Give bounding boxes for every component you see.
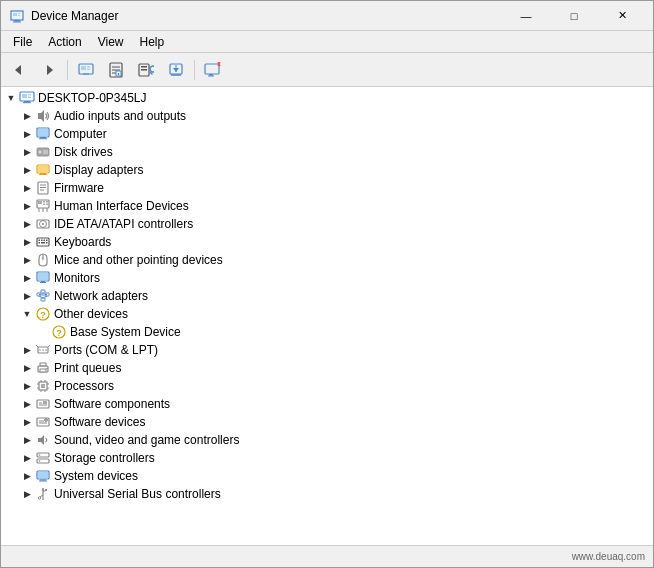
forward-button[interactable] bbox=[35, 57, 63, 83]
svg-rect-58 bbox=[43, 201, 45, 203]
ide-icon bbox=[35, 216, 51, 232]
tree-item-soft-components[interactable]: ▶ Software components bbox=[1, 395, 653, 413]
base-system-label: Base System Device bbox=[70, 325, 181, 339]
audio-label: Audio inputs and outputs bbox=[54, 109, 186, 123]
tree-item-print[interactable]: ▶ Print queues bbox=[1, 359, 653, 377]
tree-item-monitors[interactable]: ▶ Monitors bbox=[1, 269, 653, 287]
window-controls: — □ ✕ bbox=[503, 6, 645, 26]
svg-point-104 bbox=[46, 368, 48, 370]
tree-item-sound[interactable]: ▶ Sound, video and game controllers bbox=[1, 431, 653, 449]
toolbar bbox=[1, 53, 653, 87]
svg-rect-70 bbox=[41, 240, 43, 242]
menu-view[interactable]: View bbox=[90, 33, 132, 51]
display-chevron: ▶ bbox=[19, 162, 35, 178]
other-icon: ? bbox=[35, 306, 51, 322]
svg-rect-51 bbox=[39, 174, 47, 175]
soft-devices-label: Software devices bbox=[54, 415, 145, 429]
properties-button[interactable] bbox=[102, 57, 130, 83]
svg-rect-43 bbox=[39, 138, 47, 139]
maximize-button[interactable]: □ bbox=[551, 6, 597, 26]
disk-chevron: ▶ bbox=[19, 144, 35, 160]
hid-icon bbox=[35, 198, 51, 214]
tree-item-audio[interactable]: ▶ Audio inputs and outputs bbox=[1, 107, 653, 125]
keyboards-chevron: ▶ bbox=[19, 234, 35, 250]
ports-label: Ports (COM & LPT) bbox=[54, 343, 158, 357]
device-tree[interactable]: ▼ DESKTOP-0P345LJ ▶ bbox=[1, 87, 653, 545]
tree-item-other[interactable]: ▼ ? Other devices bbox=[1, 305, 653, 323]
minimize-button[interactable]: — bbox=[503, 6, 549, 26]
ide-label: IDE ATA/ATAPI controllers bbox=[54, 217, 193, 231]
tree-item-firmware[interactable]: ▶ Firmware bbox=[1, 179, 653, 197]
firmware-chevron: ▶ bbox=[19, 180, 35, 196]
tree-item-keyboards[interactable]: ▶ Keyboards bbox=[1, 233, 653, 251]
tree-item-hid[interactable]: ▶ Human Interface Devices bbox=[1, 197, 653, 215]
svg-marker-123 bbox=[38, 435, 44, 445]
svg-rect-47 bbox=[43, 153, 48, 154]
menu-action[interactable]: Action bbox=[40, 33, 89, 51]
svg-rect-12 bbox=[87, 68, 90, 70]
sound-icon bbox=[35, 432, 51, 448]
firmware-label: Firmware bbox=[54, 181, 104, 195]
toolbar-sep-2 bbox=[194, 60, 195, 80]
svg-rect-2 bbox=[13, 21, 21, 22]
tree-item-display[interactable]: ▶ Display adapters bbox=[1, 161, 653, 179]
tree-item-usb[interactable]: ▶ Universal Serial Bus controllers bbox=[1, 485, 653, 503]
svg-rect-49 bbox=[38, 166, 48, 172]
svg-rect-72 bbox=[46, 240, 48, 242]
tree-item-base-system[interactable]: ? Base System Device bbox=[1, 323, 653, 341]
system-icon bbox=[35, 468, 51, 484]
other-label: Other devices bbox=[54, 307, 128, 321]
mice-chevron: ▶ bbox=[19, 252, 35, 268]
tree-item-ports[interactable]: ▶ Ports (COM & LPT) bbox=[1, 341, 653, 359]
svg-point-97 bbox=[42, 349, 44, 351]
tree-item-storage[interactable]: ▶ Storage controllers bbox=[1, 449, 653, 467]
svg-rect-71 bbox=[44, 240, 46, 242]
tree-item-ide[interactable]: ▶ IDE ATA/ATAPI controllers bbox=[1, 215, 653, 233]
svg-rect-29 bbox=[209, 74, 213, 76]
svg-rect-57 bbox=[38, 201, 42, 204]
svg-rect-3 bbox=[13, 13, 17, 16]
tree-item-computer[interactable]: ▶ Computer bbox=[1, 125, 653, 143]
svg-rect-4 bbox=[18, 13, 20, 14]
storage-icon bbox=[35, 450, 51, 466]
svg-rect-35 bbox=[28, 94, 31, 96]
svg-rect-41 bbox=[38, 129, 48, 136]
tree-item-network[interactable]: ▶ Network adapters bbox=[1, 287, 653, 305]
display-icon bbox=[35, 162, 51, 178]
svg-rect-73 bbox=[39, 242, 41, 244]
monitor-button[interactable] bbox=[199, 57, 227, 83]
svg-rect-42 bbox=[40, 137, 46, 138]
tree-item-disk[interactable]: ▶ Disk drives bbox=[1, 143, 653, 161]
soft-components-label: Software components bbox=[54, 397, 170, 411]
ports-chevron: ▶ bbox=[19, 342, 35, 358]
svg-marker-137 bbox=[42, 488, 45, 491]
network-chevron: ▶ bbox=[19, 288, 35, 304]
processors-icon bbox=[35, 378, 51, 394]
close-button[interactable]: ✕ bbox=[599, 6, 645, 26]
soft-components-icon bbox=[35, 396, 51, 412]
audio-icon bbox=[35, 108, 51, 124]
menu-bar: File Action View Help bbox=[1, 31, 653, 53]
svg-point-96 bbox=[39, 349, 41, 351]
tree-item-system[interactable]: ▶ System devices bbox=[1, 467, 653, 485]
menu-help[interactable]: Help bbox=[132, 33, 173, 51]
update-button[interactable] bbox=[162, 57, 190, 83]
processors-label: Processors bbox=[54, 379, 114, 393]
disk-label: Disk drives bbox=[54, 145, 113, 159]
menu-file[interactable]: File bbox=[5, 33, 40, 51]
tree-root[interactable]: ▼ DESKTOP-0P345LJ bbox=[1, 89, 653, 107]
monitors-icon bbox=[35, 270, 51, 286]
tree-item-processors[interactable]: ▶ Processors bbox=[1, 377, 653, 395]
back-button[interactable] bbox=[5, 57, 33, 83]
device-manager-button[interactable] bbox=[72, 57, 100, 83]
svg-rect-34 bbox=[22, 94, 27, 98]
svg-rect-36 bbox=[28, 97, 31, 99]
storage-label: Storage controllers bbox=[54, 451, 155, 465]
tree-item-mice[interactable]: ▶ Mice and other pointing devices bbox=[1, 251, 653, 269]
scan-button[interactable] bbox=[132, 57, 160, 83]
tree-item-soft-devices[interactable]: ▶ Software devices bbox=[1, 413, 653, 431]
window-title: Device Manager bbox=[31, 9, 503, 23]
svg-point-45 bbox=[38, 150, 42, 154]
svg-rect-30 bbox=[208, 75, 214, 76]
svg-rect-115 bbox=[37, 400, 49, 408]
